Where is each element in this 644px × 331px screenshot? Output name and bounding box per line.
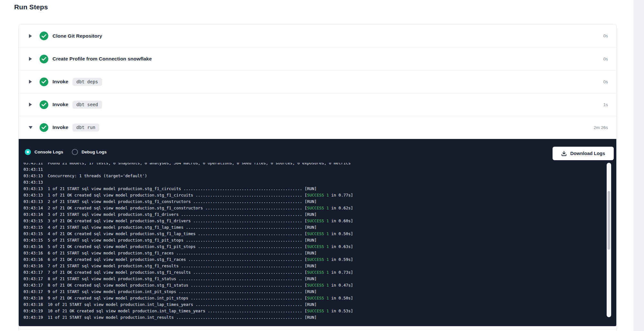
step-command-pill: dbt run bbox=[72, 124, 99, 132]
log-timestamp: 03:43:13 bbox=[24, 180, 43, 185]
log-line: 03:43:19 10 of 21 OK created sql view mo… bbox=[24, 308, 603, 314]
radio-label: Console Logs bbox=[34, 150, 63, 154]
download-icon bbox=[561, 151, 567, 156]
success-check-icon bbox=[40, 123, 48, 132]
expand-caret-icon bbox=[29, 34, 32, 38]
log-timestamp: 03:43:16 bbox=[24, 263, 43, 268]
log-timestamp: 03:43:19 bbox=[24, 315, 43, 320]
run-step: Invoke dbt seed 1s bbox=[19, 93, 616, 116]
log-line: 03:43:15 4 of 21 START sql view model pr… bbox=[24, 224, 603, 231]
success-check-icon bbox=[40, 78, 48, 86]
console-scrollbar-track[interactable] bbox=[607, 163, 611, 317]
log-line: 03:43:17 8 of 21 START sql view model pr… bbox=[24, 276, 603, 282]
radio-icon bbox=[25, 149, 31, 155]
step-command-pill: dbt seed bbox=[72, 101, 102, 109]
log-timestamp: 03:43:13 bbox=[24, 193, 43, 198]
run-step: Invoke dbt deps 0s bbox=[19, 70, 616, 93]
page-title: Run Steps bbox=[14, 3, 48, 11]
run-step-header[interactable]: Invoke dbt seed 1s bbox=[19, 93, 616, 116]
log-timestamp: 03:43:15 bbox=[24, 238, 43, 243]
log-line: 03:43:17 7 of 21 OK created sql view mod… bbox=[24, 269, 603, 276]
log-timestamp: 03:43:17 bbox=[24, 270, 43, 275]
log-line: 03:43:17 8 of 21 OK created sql view mod… bbox=[24, 282, 603, 289]
log-timestamp: 03:43:15 bbox=[24, 225, 43, 230]
log-line: 03:43:16 6 of 21 OK created sql view mod… bbox=[24, 256, 603, 263]
download-logs-label: Download Logs bbox=[570, 151, 605, 156]
log-line: 03:43:13 2 of 21 START sql view model pr… bbox=[24, 198, 603, 205]
log-timestamp: 03:43:16 bbox=[24, 251, 43, 255]
log-timestamp: 03:43:18 bbox=[24, 302, 43, 307]
radio-label: Debug Logs bbox=[81, 150, 107, 154]
log-timestamp: 03:43:13 bbox=[24, 199, 43, 204]
log-timestamp: 03:43:11 bbox=[24, 167, 43, 172]
log-timestamp: 03:43:17 bbox=[24, 276, 43, 281]
log-line: 03:43:14 2 of 21 OK created sql view mod… bbox=[24, 205, 603, 211]
log-line: 03:43:19 11 of 21 START sql view model p… bbox=[24, 314, 603, 321]
log-type-radio-group: Console Logs Debug Logs bbox=[25, 149, 107, 155]
console-toolbar: Console Logs Debug Logs Download Logs bbox=[19, 139, 616, 163]
console-log-viewport: 03:43:11 Found 21 models, 17 tests, 0 sn… bbox=[24, 163, 603, 326]
expand-caret-icon bbox=[29, 80, 32, 84]
log-timestamp: 03:43:11 bbox=[24, 163, 43, 165]
success-check-icon bbox=[40, 32, 48, 40]
run-step-header[interactable]: Invoke dbt deps 0s bbox=[19, 70, 616, 93]
log-line: 03:43:17 9 of 21 START sql view model pr… bbox=[24, 289, 603, 295]
radio-icon bbox=[72, 149, 78, 155]
expand-caret-icon bbox=[29, 126, 33, 129]
log-line: 03:43:15 4 of 21 OK created sql view mod… bbox=[24, 231, 603, 237]
step-command-pill: dbt deps bbox=[72, 78, 102, 86]
run-step-header[interactable]: Clone Git Repository 0s bbox=[19, 24, 616, 47]
download-logs-button[interactable]: Download Logs bbox=[553, 147, 614, 160]
step-duration: 0s bbox=[603, 33, 608, 38]
log-line: 03:43:13 bbox=[24, 179, 603, 186]
run-steps-card: Clone Git Repository 0s Create Profile f… bbox=[18, 24, 617, 331]
success-check-icon bbox=[40, 55, 48, 63]
run-step-header[interactable]: Invoke dbt run 2m 26s bbox=[19, 116, 616, 139]
log-timestamp: 03:43:14 bbox=[24, 206, 43, 210]
log-line: 03:43:13 1 of 21 START sql view model pr… bbox=[24, 186, 603, 192]
log-line: 03:43:13 1 of 21 OK created sql view mod… bbox=[24, 192, 603, 198]
step-label: Clone Git Repository bbox=[52, 33, 102, 39]
log-line: 03:43:16 6 of 21 START sql view model pr… bbox=[24, 250, 603, 256]
success-check-icon bbox=[40, 100, 48, 109]
run-step: Create Profile from Connection snowflake… bbox=[19, 47, 616, 70]
log-line: 03:43:16 5 of 21 OK created sql view mod… bbox=[24, 244, 603, 250]
run-step-header[interactable]: Create Profile from Connection snowflake… bbox=[19, 47, 616, 70]
step-label: Invoke bbox=[52, 102, 68, 107]
log-line: 03:43:16 7 of 21 START sql view model pr… bbox=[24, 263, 603, 269]
console-log-lines: 03:43:11 Found 21 models, 17 tests, 0 sn… bbox=[24, 163, 603, 321]
next-row-divider bbox=[19, 329, 616, 331]
step-duration: 1s bbox=[603, 102, 608, 107]
log-line: 03:43:14 3 of 21 START sql view model pr… bbox=[24, 211, 603, 218]
log-timestamp: 03:43:16 bbox=[24, 244, 43, 249]
log-line: 03:43:11 Found 21 models, 17 tests, 0 sn… bbox=[24, 163, 603, 166]
run-step: Clone Git Repository 0s bbox=[19, 24, 616, 47]
console-panel: Console Logs Debug Logs Download Logs 03… bbox=[19, 139, 616, 326]
log-timestamp: 03:43:13 bbox=[24, 173, 43, 178]
run-step: Invoke dbt run 2m 26s Console Logs Debug… bbox=[19, 116, 616, 331]
log-timestamp: 03:43:14 bbox=[24, 212, 43, 217]
log-timestamp: 03:43:17 bbox=[24, 289, 43, 294]
log-type-radio[interactable]: Console Logs bbox=[25, 149, 63, 155]
log-line: 03:43:18 9 of 21 OK created sql view mod… bbox=[24, 295, 603, 301]
expand-caret-icon bbox=[29, 103, 32, 106]
log-timestamp: 03:43:15 bbox=[24, 231, 43, 236]
log-line: 03:43:15 3 of 21 OK created sql view mod… bbox=[24, 218, 603, 224]
log-timestamp: 03:43:16 bbox=[24, 257, 43, 262]
log-timestamp: 03:43:19 bbox=[24, 308, 43, 313]
log-timestamp: 03:43:13 bbox=[24, 186, 43, 191]
log-timestamp: 03:43:17 bbox=[24, 283, 43, 288]
console-scrollbar-thumb[interactable] bbox=[608, 191, 610, 250]
step-duration: 2m 26s bbox=[594, 125, 608, 130]
step-label: Invoke bbox=[52, 124, 68, 130]
log-line: 03:43:13 Concurrency: 1 threads (target=… bbox=[24, 173, 603, 179]
step-duration: 0s bbox=[603, 79, 608, 84]
page-right-gutter bbox=[633, 0, 644, 331]
log-line: 03:43:15 5 of 21 START sql view model pr… bbox=[24, 237, 603, 244]
step-label: Invoke bbox=[52, 79, 68, 85]
expand-caret-icon bbox=[29, 57, 32, 61]
log-line: 03:43:18 10 of 21 START sql view model p… bbox=[24, 301, 603, 308]
step-duration: 0s bbox=[603, 57, 608, 61]
log-type-radio[interactable]: Debug Logs bbox=[72, 149, 107, 155]
log-timestamp: 03:43:15 bbox=[24, 218, 43, 223]
